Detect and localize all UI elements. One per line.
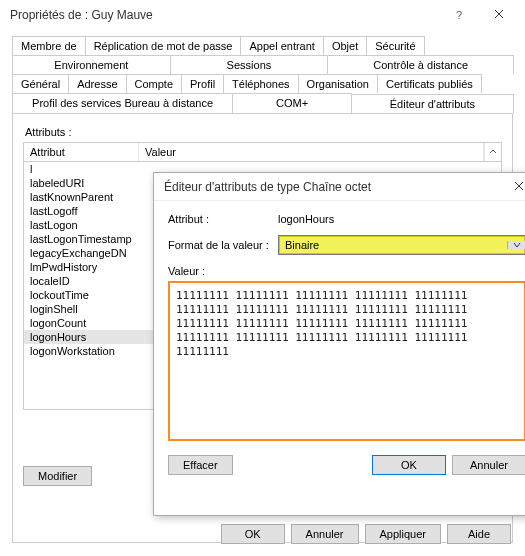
help-button[interactable]: ? <box>439 1 479 29</box>
ok-button[interactable]: OK <box>221 524 285 544</box>
format-combo-value: Binaire <box>279 239 507 251</box>
dialog-buttons: OK Annuler Appliquer Aide <box>221 524 511 544</box>
apply-button[interactable]: Appliquer <box>365 524 441 544</box>
close-button[interactable] <box>479 1 519 29</box>
help-icon: ? <box>456 9 462 21</box>
tab-securite[interactable]: Sécurité <box>366 36 424 55</box>
tab-general[interactable]: Général <box>12 74 69 93</box>
scroll-up[interactable] <box>484 143 501 161</box>
tab-compte[interactable]: Compte <box>126 74 183 93</box>
list-header: Attribut Valeur <box>23 142 502 162</box>
attributs-label: Attributs : <box>25 126 502 138</box>
chevron-up-icon <box>489 146 497 158</box>
editor-title: Éditeur d'attributs de type Chaîne octet <box>164 180 504 194</box>
window-title: Propriétés de : Guy Mauve <box>10 8 439 22</box>
tab-com-plus[interactable]: COM+ <box>232 93 352 113</box>
modify-button[interactable]: Modifier <box>23 466 92 486</box>
tab-appel-entrant[interactable]: Appel entrant <box>240 36 323 55</box>
tab-environnement[interactable]: Environnement <box>12 55 171 74</box>
col-valeur[interactable]: Valeur <box>139 143 484 161</box>
main-titlebar: Propriétés de : Guy Mauve ? <box>0 0 525 30</box>
tab-organisation[interactable]: Organisation <box>298 74 378 93</box>
editor-format-label: Format de la valeur : <box>168 239 278 251</box>
tab-profil[interactable]: Profil <box>181 74 224 93</box>
tab-replication[interactable]: Réplication de mot de passe <box>85 36 242 55</box>
tab-profil-bureau-distance[interactable]: Profil des services Bureau à distance <box>12 93 233 113</box>
tab-telephones[interactable]: Téléphones <box>223 74 299 93</box>
help-button-bottom[interactable]: Aide <box>447 524 511 544</box>
tab-sessions[interactable]: Sessions <box>170 55 329 74</box>
editor-value-label: Valeur : <box>168 265 525 277</box>
cancel-button[interactable]: Annuler <box>291 524 359 544</box>
octet-string-editor: Éditeur d'attributs de type Chaîne octet… <box>153 172 525 516</box>
editor-close-button[interactable] <box>504 173 525 201</box>
tab-adresse[interactable]: Adresse <box>68 74 126 93</box>
clear-button[interactable]: Effacer <box>168 455 233 475</box>
tab-membre-de[interactable]: Membre de <box>12 36 86 55</box>
format-combo[interactable]: Binaire <box>278 235 525 255</box>
col-attribut[interactable]: Attribut <box>24 143 139 161</box>
value-textarea[interactable]: 11111111 11111111 11111111 11111111 1111… <box>168 281 525 441</box>
close-icon <box>494 9 504 21</box>
tab-editeur-attributs[interactable]: Éditeur d'attributs <box>351 94 514 114</box>
editor-attr-value: logonHours <box>278 213 525 225</box>
editor-cancel-button[interactable]: Annuler <box>452 455 525 475</box>
tab-objet[interactable]: Objet <box>323 36 367 55</box>
chevron-down-icon <box>507 241 525 249</box>
editor-ok-button[interactable]: OK <box>372 455 446 475</box>
tab-controle-distance[interactable]: Contrôle à distance <box>327 55 514 74</box>
close-icon <box>514 181 524 193</box>
tab-certificats[interactable]: Certificats publiés <box>377 74 482 93</box>
editor-attr-label: Attribut : <box>168 213 278 225</box>
